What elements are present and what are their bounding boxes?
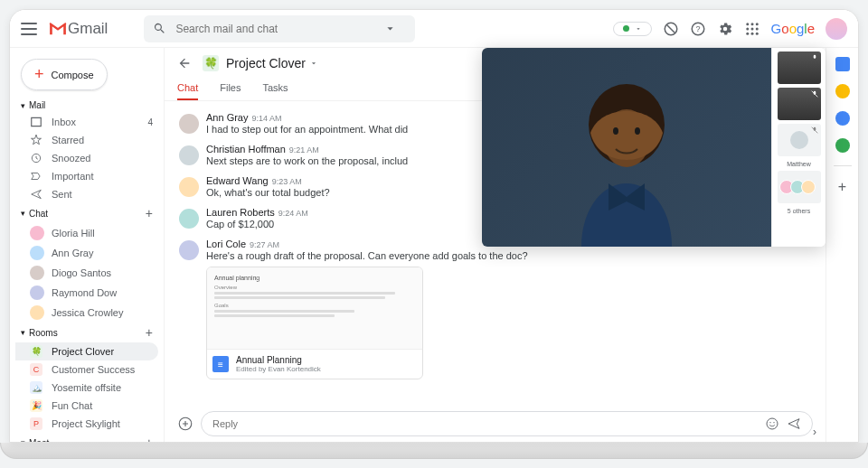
svg-rect-23 [813,55,816,59]
svg-text:?: ? [695,24,700,33]
svg-point-6 [746,27,749,30]
chevron-down-icon [635,25,642,33]
room-customer-success[interactable]: CCustomer Success [15,360,158,379]
svg-point-18 [773,422,774,423]
section-chat[interactable]: ▾Chat+ [15,203,158,223]
status-pill[interactable] [613,22,652,36]
svg-point-22 [635,127,640,135]
section-meet[interactable]: ▾Meet+ [15,433,158,442]
chat-contact[interactable]: Jessica Crowley [15,303,158,323]
svg-point-7 [750,27,753,30]
gmail-label: Gmail [68,20,108,38]
room-project-clover[interactable]: 🍀Project Clover [15,342,158,360]
doc-attachment[interactable]: Annual planning Overview Goals ≡ Annual … [206,267,423,379]
search-icon [153,22,166,35]
gear-icon[interactable] [717,21,733,37]
video-participants: Matthew 5 others [771,48,826,247]
svg-point-10 [750,32,753,34]
chevron-right-icon[interactable]: › [813,426,816,438]
nav-inbox[interactable]: Inbox4 [15,113,158,131]
svg-point-17 [769,422,770,423]
tasks-icon[interactable] [835,111,850,126]
svg-point-3 [746,23,749,25]
compose-button[interactable]: + Compose [21,59,108,90]
video-call-overlay[interactable]: Matthew 5 others [482,48,826,247]
nav-starred[interactable]: Starred [15,131,158,149]
nav-important[interactable]: Important [15,167,158,185]
reply-input-container[interactable] [201,411,813,436]
add-room-icon[interactable]: + [146,325,153,340]
add-meet-icon[interactable]: + [146,435,153,442]
video-thumb[interactable] [778,51,821,84]
svg-rect-25 [813,127,816,131]
clover-icon: 🍀 [203,55,219,71]
nav-snoozed[interactable]: Snoozed [15,149,158,167]
reply-bar [165,406,826,442]
svg-point-5 [755,23,758,25]
video-thumb[interactable] [778,88,821,120]
tab-chat[interactable]: Chat [177,79,198,100]
svg-point-21 [613,127,618,135]
chat-contact[interactable]: Ann Gray [15,243,158,263]
video-thumb[interactable] [778,124,821,156]
keep-icon[interactable] [835,84,850,98]
video-main-speaker [482,48,771,247]
top-bar: Gmail ? Google [10,10,858,48]
help-icon[interactable]: ? [690,21,706,37]
docs-icon: ≡ [212,356,229,372]
svg-point-16 [767,418,778,429]
section-mail[interactable]: ▾Mail [15,98,158,113]
add-chat-icon[interactable]: + [146,206,153,220]
room-fun-chat[interactable]: 🎉Fun Chat [15,397,158,415]
gmail-m-icon [48,22,68,36]
back-arrow-icon[interactable] [177,56,192,70]
sidebar: + Compose ▾Mail Inbox4 Starred Snoozed I… [10,48,164,442]
doc-preview: Annual planning Overview Goals [207,267,422,349]
svg-point-4 [750,23,753,25]
contacts-icon[interactable] [835,138,850,153]
gmail-logo[interactable]: Gmail [48,20,108,38]
chevron-down-icon[interactable] [383,22,397,35]
reply-input[interactable] [212,418,765,429]
add-addon-icon[interactable]: + [838,179,846,195]
section-rooms[interactable]: ▾Rooms+ [15,323,158,342]
search-input[interactable] [175,23,383,35]
compose-label: Compose [52,70,94,80]
menu-icon[interactable] [21,21,37,37]
top-right-controls: ? Google [613,18,847,40]
offline-icon[interactable] [663,21,679,37]
chat-contact[interactable]: Diogo Santos [15,263,158,283]
main-content: 🍀 Project Clover Chat Files Tasks Ann Gr… [164,48,826,442]
calendar-icon[interactable] [835,57,850,71]
room-yosemite[interactable]: 🏔️Yosemite offsite [15,379,158,397]
person-silhouette [545,75,708,247]
add-icon[interactable] [177,416,193,432]
room-skylight[interactable]: PProject Skylight [15,415,158,433]
chat-contact[interactable]: Gloria Hill [15,223,158,243]
svg-point-11 [755,32,758,34]
chat-message: Lori Cole9:27 AMHere's a rough draft of … [179,239,811,379]
video-others[interactable] [778,171,821,203]
svg-rect-24 [813,91,816,95]
account-avatar[interactable] [826,18,847,40]
svg-point-8 [755,27,758,30]
chat-contact[interactable]: Raymond Dow [15,283,158,303]
emoji-icon[interactable] [765,417,779,431]
search-bar[interactable] [144,15,415,42]
right-side-panel: + [826,48,858,442]
room-title: Project Clover [226,56,306,70]
google-logo[interactable]: Google [771,21,815,36]
tab-files[interactable]: Files [220,79,241,100]
apps-icon[interactable] [744,21,760,37]
tab-tasks[interactable]: Tasks [262,79,288,100]
svg-point-9 [746,32,749,34]
send-icon[interactable] [787,417,801,431]
nav-sent[interactable]: Sent [15,185,158,203]
chevron-down-icon[interactable] [309,59,318,68]
